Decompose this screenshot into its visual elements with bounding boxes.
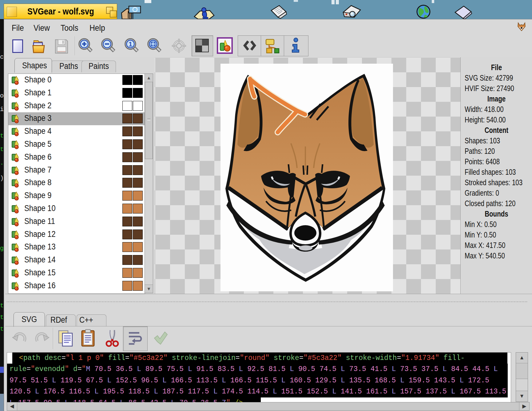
svg-text:1: 1 bbox=[129, 40, 132, 48]
